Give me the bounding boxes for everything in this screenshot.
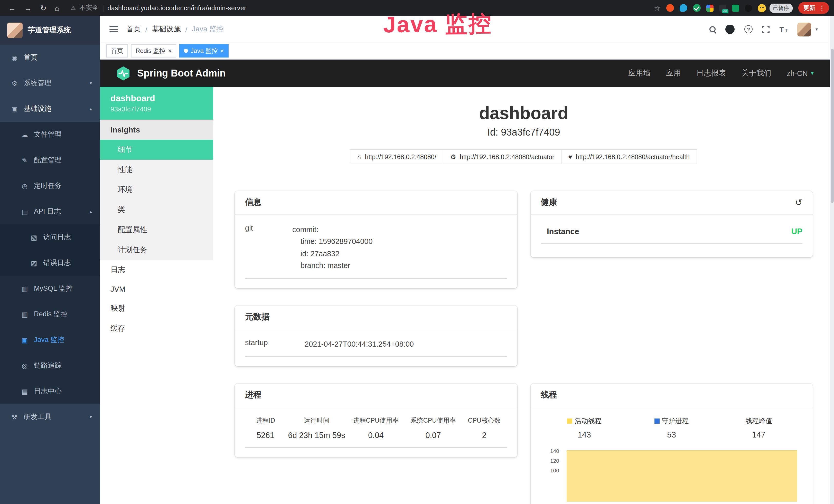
sba-language-select[interactable]: zh-CN ▾: [787, 69, 814, 77]
chevron-up-icon: ▴: [90, 106, 92, 111]
sba-menu-config-props[interactable]: 配置属性: [100, 220, 213, 240]
extension-icon-orange[interactable]: [666, 4, 674, 12]
extension-icon-check[interactable]: [693, 4, 700, 12]
url-text[interactable]: dashboard.yudao.iocoder.cn/infra/admin-s…: [108, 4, 247, 12]
health-url-link[interactable]: ♥ http://192.168.0.2:48080/actuator/heal…: [561, 150, 697, 164]
extension-icon-drop[interactable]: [679, 4, 687, 12]
sidebar-item-label: 访问日志: [43, 233, 71, 242]
health-instance-label: Instance: [547, 227, 579, 236]
sba-menu-environment[interactable]: 环境: [100, 180, 213, 200]
sidebar-item-access-logs[interactable]: ▧ 访问日志: [0, 224, 100, 250]
sidebar-item-redis-monitor[interactable]: ▥ Redis 监控: [0, 301, 100, 327]
security-warning-icon[interactable]: ⚠: [71, 5, 76, 11]
search-icon[interactable]: [709, 26, 716, 32]
bookmark-star-icon[interactable]: ☆: [654, 4, 660, 12]
app-logo[interactable]: 芋道管理系统: [0, 16, 100, 45]
sidebar-item-mysql-monitor[interactable]: ▦ MySQL 监控: [0, 276, 100, 301]
browser-menu-dots-icon[interactable]: ⋮: [819, 4, 825, 12]
sync-paused-badge[interactable]: 已暂停: [769, 3, 793, 13]
clock-icon: ◷: [21, 182, 29, 190]
instance-links: ⌂ http://192.168.0.2:48080/ ⚙ http://192…: [213, 150, 834, 164]
sba-menu-caches[interactable]: 缓存: [100, 318, 213, 338]
sba-menu-details[interactable]: 细节: [100, 140, 213, 160]
forward-icon[interactable]: →: [24, 4, 32, 12]
sidebar-item-java-monitor[interactable]: ▣ Java 监控: [0, 327, 100, 353]
fullscreen-icon[interactable]: [762, 26, 770, 33]
health-card: 健康 ↺ Instance UP: [530, 191, 813, 257]
extension-icon-grid[interactable]: [706, 4, 713, 12]
breadcrumb-current: Java 监控: [192, 25, 224, 34]
link-label: http://192.168.0.2:48080/actuator: [460, 153, 554, 160]
sidebar-item-home[interactable]: ◉ 首页: [0, 45, 100, 70]
metadata-card: 元数据 startup 2021-04-27T00:44:31.254+08:0…: [235, 305, 517, 366]
profile-smiley-icon[interactable]: [758, 4, 766, 12]
sba-nav-applications[interactable]: 应用: [666, 68, 681, 78]
sba-brand-title: Spring Boot Admin: [137, 68, 226, 79]
sidebar-item-label: MySQL 监控: [34, 284, 73, 293]
sba-nav-journal[interactable]: 日志报表: [696, 68, 726, 78]
breadcrumb-home[interactable]: 首页: [126, 25, 141, 34]
sidebar-item-label: 研发工具: [24, 412, 51, 421]
close-icon[interactable]: ×: [220, 48, 224, 54]
sba-instance-id: 93a3fc7f7409: [110, 105, 203, 113]
sba-menu-metrics[interactable]: 性能: [100, 160, 213, 180]
history-icon[interactable]: ↺: [795, 197, 803, 208]
health-instance-row[interactable]: Instance UP: [541, 224, 803, 244]
sidebar-item-label: 系统管理: [24, 78, 51, 88]
process-col-header: 运行时间: [288, 417, 345, 426]
scrollbar-thumb[interactable]: [830, 49, 833, 203]
reload-icon[interactable]: ↻: [40, 4, 46, 12]
sba-nav-wall[interactable]: 应用墙: [628, 68, 651, 78]
java-monitor-icon: ▣: [21, 336, 29, 344]
api-log-icon: ▤: [21, 208, 29, 215]
sba-menu-mappings[interactable]: 映射: [100, 298, 213, 318]
home-icon: ⌂: [357, 153, 361, 161]
sidebar-item-tracing[interactable]: ◎ 链路追踪: [0, 353, 100, 379]
page-scrollbar[interactable]: [830, 16, 834, 504]
font-size-icon[interactable]: T T: [779, 25, 788, 33]
tag-redis-monitor[interactable]: Redis 监控 ×: [131, 44, 176, 58]
browser-home-icon[interactable]: ⌂: [55, 4, 59, 12]
sba-menu-insights[interactable]: Insights: [100, 120, 213, 140]
sba-menu-logs[interactable]: 日志: [100, 260, 213, 280]
extension-icon-dark[interactable]: [745, 4, 752, 12]
instance-url-link[interactable]: ⌂ http://192.168.0.2:48080/: [350, 150, 444, 164]
breadcrumb-separator: /: [146, 25, 148, 33]
screen: ← → ↻ ⌂ ⚠ 不安全 | dashboard.yudao.iocoder.…: [0, 0, 834, 504]
breadcrumb-infrastructure[interactable]: 基础设施: [152, 25, 181, 34]
help-icon[interactable]: ?: [744, 25, 752, 33]
sidebar-item-devtools[interactable]: ⚒ 研发工具 ▾: [0, 404, 100, 430]
chrome-update-button[interactable]: 更新 ⋮: [798, 2, 829, 14]
sba-nav-about[interactable]: 关于我们: [742, 68, 771, 78]
sba-instance-header[interactable]: dashboard 93a3fc7f7409: [100, 87, 213, 120]
sba-menu-scheduled-tasks[interactable]: 计划任务: [100, 240, 213, 260]
app-header: 首页 / 基础设施 / Java 监控 ? T T ▾: [100, 16, 834, 43]
close-icon[interactable]: ×: [168, 48, 172, 54]
tag-home[interactable]: 首页: [106, 44, 128, 58]
sidebar-item-config-management[interactable]: ✎ 配置管理: [0, 147, 100, 173]
sidebar-item-api-logs[interactable]: ▤ API 日志 ▴: [0, 199, 100, 224]
sidebar-item-system[interactable]: ⚙ 系统管理 ▾: [0, 70, 100, 96]
sidebar-item-file-management[interactable]: ☁ 文件管理: [0, 122, 100, 147]
avatar-caret-icon[interactable]: ▾: [815, 27, 818, 32]
sidebar-item-log-center[interactable]: ▤ 日志中心: [0, 379, 100, 404]
extension-icon-switch[interactable]: on: [719, 4, 726, 12]
actuator-url-link[interactable]: ⚙ http://192.168.0.2:48080/actuator: [443, 150, 562, 164]
sidebar-item-scheduled-jobs[interactable]: ◷ 定时任务: [0, 173, 100, 199]
extension-icon-leaf[interactable]: [732, 4, 739, 12]
hamburger-menu-icon[interactable]: [109, 26, 118, 32]
sba-nav: 应用墙 应用 日志报表 关于我们 zh-CN ▾: [628, 68, 814, 78]
avatar[interactable]: [797, 22, 811, 36]
sidebar-item-infrastructure[interactable]: ▣ 基础设施 ▴: [0, 96, 100, 122]
tag-java-monitor[interactable]: Java 监控 ×: [179, 44, 228, 58]
sba-menu-jvm[interactable]: JVM: [100, 280, 213, 298]
y-axis-tick: 140: [541, 448, 559, 454]
back-icon[interactable]: ←: [8, 4, 16, 12]
sba-sidebar: dashboard 93a3fc7f7409 Insights 细节 性能 环境…: [100, 87, 213, 504]
status-badge: UP: [791, 227, 803, 236]
sidebar-item-error-logs[interactable]: ▨ 错误日志: [0, 250, 100, 276]
address-bar[interactable]: ⚠ 不安全 | dashboard.yudao.iocoder.cn/infra…: [71, 4, 246, 12]
github-icon[interactable]: [725, 25, 734, 34]
sba-brand[interactable]: Spring Boot Admin: [115, 66, 226, 81]
sba-menu-classes[interactable]: 类: [100, 200, 213, 220]
